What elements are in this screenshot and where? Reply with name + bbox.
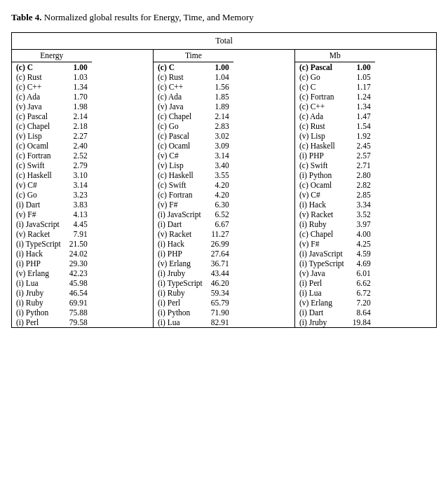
val-cell: 3.23 [65,190,92,200]
table-row: (c) Pascal3.02 [154,131,233,141]
table-row: (c) Swift2.71 [295,160,375,170]
val-cell: 1.24 [348,92,375,102]
lang-cell: (v) Erlang [295,298,348,308]
val-cell: 36.71 [207,259,233,268]
val-cell: 2.82 [348,180,375,190]
lang-cell: (i) PHP [295,151,348,160]
table-row: (v) C#3.14 [154,151,233,160]
lang-cell: (i) Lua [295,288,348,298]
val-cell: 1.98 [65,102,92,111]
table-row: (v) Java1.98 [12,102,92,111]
table-row: (c) Ocaml2.82 [295,180,375,190]
lang-cell: (i) PHP [12,259,65,268]
lang-cell: (i) PHP [154,249,207,259]
lang-cell: (v) Racket [12,229,65,239]
table-row: (c) C++1.34 [295,102,375,111]
total-header: Total [12,33,437,50]
table-row: (v) F#6.30 [154,200,233,210]
table-row: (c) Fortran4.20 [154,190,233,200]
table-row: (i) Perl6.62 [295,278,375,288]
lang-cell: (v) Lisp [295,131,348,141]
table-row: (v) C#3.14 [12,180,92,190]
table-row: (i) PHP27.64 [154,249,233,259]
val-cell: 8.64 [348,308,375,317]
lang-cell: (i) TypeScript [154,278,207,288]
val-cell: 6.01 [348,268,375,278]
val-cell: 3.55 [207,170,233,180]
val-cell: 3.14 [207,151,233,160]
val-cell: 6.52 [207,210,233,219]
val-cell: 79.58 [65,317,92,327]
val-cell: 65.79 [207,298,233,308]
energy-header: Energy [12,50,92,62]
val-cell: 2.83 [207,121,233,131]
val-cell: 4.13 [65,210,92,219]
val-cell: 42.23 [65,268,92,278]
lang-cell: (v) Java [154,102,207,111]
table-row: (c) Go2.83 [154,121,233,131]
table-row: (i) Perl65.79 [154,298,233,308]
val-cell: 3.83 [65,200,92,210]
table-row: (c) Ada1.85 [154,92,233,102]
table-row: (c) Ada1.70 [12,92,92,102]
lang-cell: (c) Rust [12,72,65,82]
lang-cell: (c) Chapel [12,121,65,131]
lang-cell: (i) Perl [154,298,207,308]
energy-table: Energy (c) C1.00(c) Rust1.03(c) C++1.34(… [12,50,92,327]
table-row: (i) JavaScript4.45 [12,219,92,229]
val-cell: 11.27 [207,229,233,239]
val-cell: 4.69 [348,259,375,268]
lang-cell: (c) C [154,62,207,73]
time-table: Time (c) C1.00(c) Rust1.04(c) C++1.56(c)… [154,50,233,327]
lang-cell: (i) Ruby [295,219,348,229]
lang-cell: (c) Ocaml [12,141,65,151]
table-row: (i) Python71.90 [154,308,233,317]
val-cell: 4.20 [207,180,233,190]
lang-cell: (i) Ruby [154,288,207,298]
val-cell: 2.57 [348,151,375,160]
table-row: (c) Pascal2.14 [12,111,92,121]
lang-cell: (v) Java [12,102,65,111]
table-row: (i) Lua45.98 [12,278,92,288]
table-row: (v) Racket3.52 [295,210,375,219]
val-cell: 6.62 [348,278,375,288]
val-cell: 3.34 [348,200,375,210]
val-cell: 26.99 [207,239,233,249]
table-row: (i) PHP29.30 [12,259,92,268]
val-cell: 27.64 [207,249,233,259]
val-cell: 1.92 [348,131,375,141]
val-cell: 21.50 [65,239,92,249]
table-row: (i) TypeScript4.69 [295,259,375,268]
lang-cell: (i) TypeScript [12,239,65,249]
table-row: (c) Rust1.03 [12,72,92,82]
table-row: (v) Java6.01 [295,268,375,278]
val-cell: 2.80 [348,170,375,180]
val-cell: 2.14 [207,111,233,121]
lang-cell: (c) Pascal [12,111,65,121]
table-row: (i) PHP2.57 [295,151,375,160]
val-cell: 45.98 [65,278,92,288]
val-cell: 4.20 [207,190,233,200]
lang-cell: (i) Perl [295,278,348,288]
val-cell: 59.34 [207,288,233,298]
val-cell: 6.30 [207,200,233,210]
table-row: (v) Lisp1.92 [295,131,375,141]
table-row: (c) C1.00 [12,62,92,73]
lang-cell: (c) Rust [295,121,348,131]
table-row: (c) Go1.05 [295,72,375,82]
table-row: (v) Erlang7.20 [295,298,375,308]
table-row: (i) Ruby59.34 [154,288,233,298]
lang-cell: (c) C [12,62,65,73]
lang-cell: (i) Python [295,170,348,180]
val-cell: 2.85 [348,190,375,200]
lang-cell: (c) Chapel [295,229,348,239]
table-row: (v) Java1.89 [154,102,233,111]
table-row: (c) C1.00 [154,62,233,73]
table-row: (c) C++1.56 [154,82,233,92]
val-cell: 1.47 [348,111,375,121]
val-cell: 2.71 [348,160,375,170]
val-cell: 1.89 [207,102,233,111]
lang-cell: (i) Python [12,308,65,317]
val-cell: 3.97 [348,219,375,229]
lang-cell: (c) C++ [12,82,65,92]
